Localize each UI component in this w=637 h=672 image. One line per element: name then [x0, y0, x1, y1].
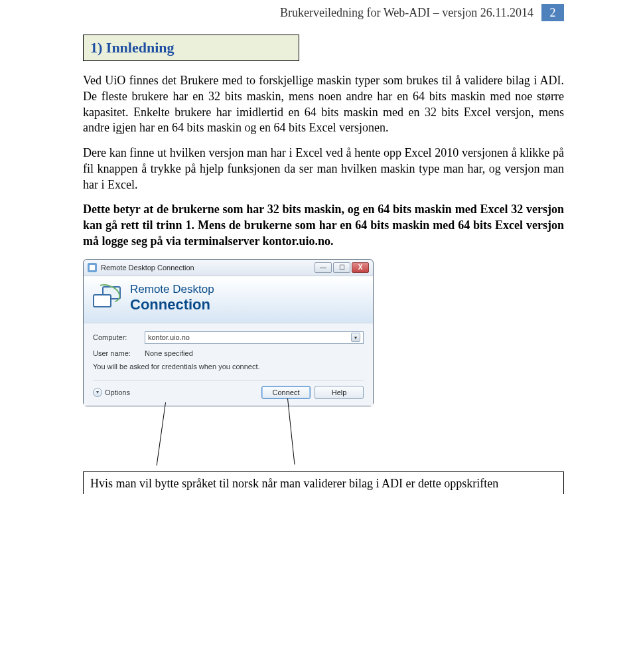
footer-paragraph: Hvis man vil bytte språket til norsk når… — [90, 476, 557, 492]
callout-lines — [83, 410, 564, 474]
page-header: Brukerveiledning for Web-ADI – versjon 2… — [83, 0, 564, 21]
connect-button[interactable]: Connect — [261, 386, 311, 399]
rdp-footer: ▾ Options Connect Help — [93, 380, 364, 399]
rdp-app-icon — [88, 263, 97, 272]
rdp-banner-text: Remote Desktop Connection — [130, 283, 214, 313]
section-heading: 1) Innledning — [90, 39, 175, 56]
rdp-banner-icon — [93, 285, 123, 311]
window-controls: — ☐ X — [315, 262, 369, 273]
footer-note-box: Hvis man vil bytte språket til norsk når… — [83, 471, 564, 495]
section-heading-box: 1) Innledning — [83, 35, 299, 61]
help-button[interactable]: Help — [315, 386, 364, 399]
maximize-icon: ☐ — [339, 264, 345, 271]
minimize-icon: — — [320, 264, 326, 271]
close-button[interactable]: X — [352, 262, 369, 273]
maximize-button[interactable]: ☐ — [333, 262, 350, 273]
page-number: 2 — [541, 4, 564, 21]
connect-label: Connect — [273, 388, 300, 396]
options-expand-icon: ▾ — [93, 388, 102, 397]
close-icon: X — [358, 264, 363, 271]
options-toggle[interactable]: ▾ Options — [93, 388, 257, 397]
chevron-down-icon[interactable]: ▾ — [351, 333, 360, 342]
rdp-banner: Remote Desktop Connection — [84, 276, 373, 323]
callout-line-2 — [287, 398, 295, 464]
computer-value: kontor.uio.no — [148, 333, 190, 341]
paragraph-1: Ved UiO finnes det Brukere med to forskj… — [83, 73, 564, 136]
rdp-banner-line1: Remote Desktop — [130, 283, 214, 296]
paragraph-2: Dere kan finne ut hvilken versjon man ha… — [83, 145, 564, 193]
computer-combobox[interactable]: kontor.uio.no ▾ — [145, 331, 364, 344]
username-label: User name: — [93, 349, 145, 357]
header-title: Brukerveiledning for Web-ADI – versjon 2… — [280, 6, 533, 20]
paragraph-3-bold: Dette betyr at de brukerne som har 32 bi… — [83, 202, 564, 249]
rdp-titlebar: Remote Desktop Connection — ☐ X — [84, 260, 373, 276]
computer-label: Computer: — [93, 333, 145, 341]
rdp-body: Computer: kontor.uio.no ▾ User name: Non… — [84, 323, 373, 406]
username-value: None specified — [145, 349, 193, 357]
credentials-note: You will be asked for credentials when y… — [93, 363, 364, 371]
rdp-banner-line2: Connection — [130, 296, 214, 313]
help-label: Help — [332, 388, 347, 396]
rdp-window: Remote Desktop Connection — ☐ X Remote D… — [83, 259, 374, 406]
callout-line-1 — [157, 402, 166, 465]
minimize-button[interactable]: — — [315, 262, 332, 273]
rdp-title: Remote Desktop Connection — [101, 264, 315, 272]
options-label: Options — [105, 388, 130, 396]
